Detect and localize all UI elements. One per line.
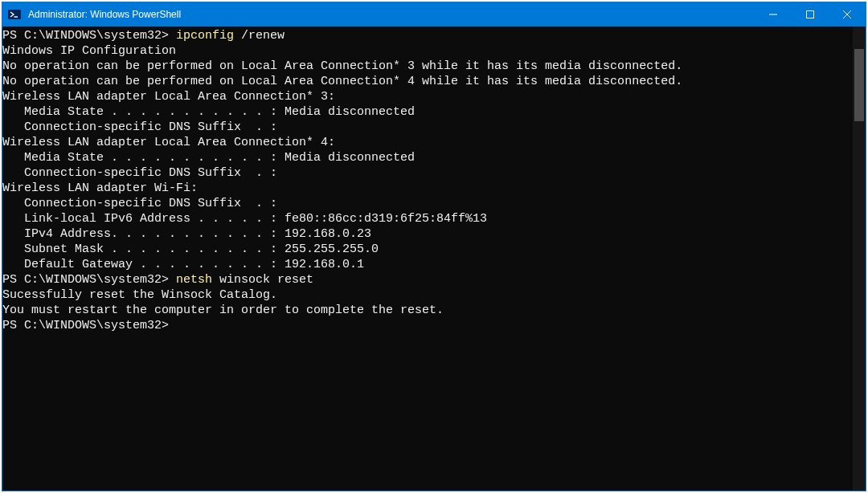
prompt: PS C:\WINDOWS\system32> xyxy=(2,273,169,287)
output-line: Connection-specific DNS Suffix . : xyxy=(2,120,853,135)
output-line: Windows IP Configuration xyxy=(2,43,853,59)
prompt-line-1: PS C:\WINDOWS\system32> ipconfig /renew xyxy=(2,28,853,43)
output-line: Connection-specific DNS Suffix . : xyxy=(2,196,853,211)
output-line: Sucessfully reset the Winsock Catalog. xyxy=(2,287,853,303)
output-line: IPv4 Address. . . . . . . . . . . : 192.… xyxy=(2,226,853,242)
titlebar[interactable]: Administrator: Windows PowerShell xyxy=(2,2,866,26)
close-icon xyxy=(843,10,851,18)
output-line: No operation can be performed on Local A… xyxy=(2,59,853,74)
output-line: Media State . . . . . . . . . . . : Medi… xyxy=(2,150,853,165)
maximize-button[interactable] xyxy=(792,2,829,26)
svg-rect-3 xyxy=(807,11,814,18)
scrollbar-thumb[interactable] xyxy=(854,49,864,121)
close-button[interactable] xyxy=(829,2,866,26)
minimize-button[interactable] xyxy=(755,2,792,26)
output-line: Link-local IPv6 Address . . . . . : fe80… xyxy=(2,211,853,226)
output-line: Wireless LAN adapter Local Area Connecti… xyxy=(2,135,853,150)
output-line: Wireless LAN adapter Local Area Connecti… xyxy=(2,89,853,104)
prompt: PS C:\WINDOWS\system32> xyxy=(2,319,169,332)
command-arg: winsock reset xyxy=(212,273,313,287)
powershell-icon xyxy=(8,8,21,21)
prompt-line-2: PS C:\WINDOWS\system32> netsh winsock re… xyxy=(2,272,853,287)
maximize-icon xyxy=(806,10,814,18)
prompt-line-3: PS C:\WINDOWS\system32> xyxy=(2,318,853,333)
output-line: No operation can be performed on Local A… xyxy=(2,74,853,89)
terminal-output[interactable]: PS C:\WINDOWS\system32> ipconfig /renewW… xyxy=(2,26,853,491)
output-line: Subnet Mask . . . . . . . . . . . : 255.… xyxy=(2,242,853,257)
output-line: Connection-specific DNS Suffix . : xyxy=(2,165,853,181)
terminal-area: PS C:\WINDOWS\system32> ipconfig /renewW… xyxy=(2,26,866,491)
command-token: netsh xyxy=(176,273,212,287)
minimize-icon xyxy=(769,10,777,18)
command-arg: /renew xyxy=(234,29,285,43)
output-line: Media State . . . . . . . . . . . : Medi… xyxy=(2,104,853,120)
prompt: PS C:\WINDOWS\system32> xyxy=(2,29,169,43)
command-token: ipconfig xyxy=(176,29,234,43)
output-line: Default Gateway . . . . . . . . . : 192.… xyxy=(2,257,853,272)
output-line: You must restart the computer in order t… xyxy=(2,303,853,318)
app-icon xyxy=(2,2,27,26)
output-line: Wireless LAN adapter Wi-Fi: xyxy=(2,181,853,196)
scrollbar[interactable] xyxy=(853,26,866,491)
window-title: Administrator: Windows PowerShell xyxy=(27,9,181,20)
powershell-window: Administrator: Windows PowerShell PS C:\… xyxy=(2,2,866,491)
